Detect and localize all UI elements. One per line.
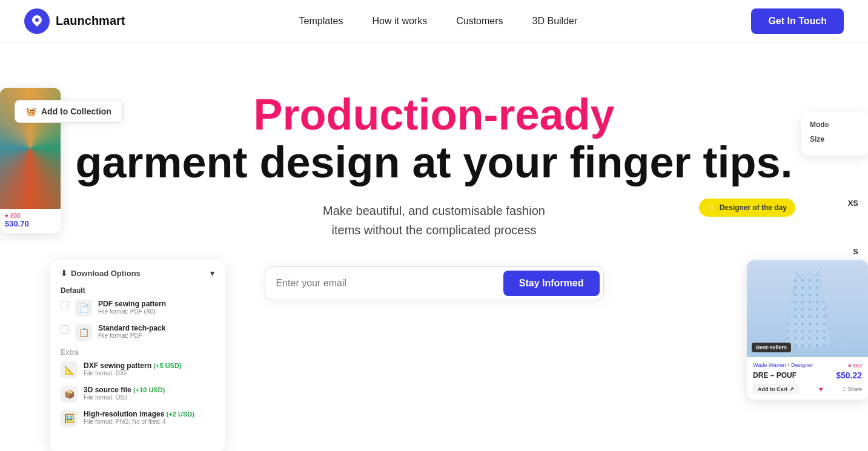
3d-title: 3D source file — [84, 386, 131, 394]
download-icon: ⬇ — [61, 269, 67, 278]
product-name: DRE – POUF — [753, 371, 797, 380]
nav-how-it-works[interactable]: How it works — [373, 16, 428, 26]
logo-icon — [24, 8, 50, 34]
nav-3d-builder[interactable]: 3D Builder — [532, 16, 578, 26]
download-item-tech-pack: 📋 Standard tech-pack File format: PDF — [61, 324, 214, 341]
3d-icon: 📦 — [61, 386, 78, 403]
hero-title-pink: Production-ready — [24, 91, 844, 139]
tech-pack-subtitle: File format: PDF — [98, 332, 165, 339]
dxf-subtitle: File format: DXF — [84, 370, 182, 377]
product-price: $30.70 — [5, 219, 56, 228]
email-form: Stay Informed — [265, 266, 604, 300]
product-info: ♥ 800 $30.70 — [0, 209, 61, 233]
logo-svg — [30, 14, 44, 28]
get-in-touch-button[interactable]: Get In Touch — [751, 8, 844, 34]
svg-line-4 — [795, 271, 798, 275]
product-hearts: ♥ 883 — [848, 363, 862, 369]
3d-subtitle: File format: OBJ — [84, 394, 165, 401]
hires-icon: 🖼️ — [61, 410, 78, 427]
external-link-icon: ↗ — [789, 386, 794, 392]
product-info: Wade Warren • Designer ♥ 883 DRE – POUF … — [747, 357, 868, 400]
basket-icon: 🧺 — [26, 107, 36, 116]
navbar: Launchmart Templates How it works Custom… — [0, 0, 868, 42]
dxf-title: DXF sewing pattern — [84, 361, 151, 370]
hires-subtitle: File format: PNG; No of files: 4 — [84, 418, 194, 425]
download-options-card: ⬇ Download Options ▾ Default 📄 PDF sewin… — [50, 260, 225, 451]
logo[interactable]: Launchmart — [24, 8, 125, 34]
dxf-icon: 📐 — [61, 361, 78, 378]
download-item-3d: 📦 3D source file (+10 USD) File format: … — [61, 386, 214, 403]
extra-section-label: Extra — [61, 348, 214, 357]
download-item-hires: 🖼️ High-resolution images (+2 USD) File … — [61, 410, 214, 427]
share-button[interactable]: ⤴ Share — [843, 386, 862, 392]
mode-label: Mode — [810, 120, 860, 129]
chevron-down-icon: ▾ — [210, 269, 214, 278]
download-options-title: ⬇ Download Options — [61, 269, 141, 278]
hero-title: Production-ready garment design at your … — [24, 91, 844, 186]
wishlist-button[interactable]: ♥ — [818, 385, 823, 393]
tech-pack-icon: 📋 — [75, 324, 92, 341]
pdf-sewing-subtitle: File format: PDF (A0) — [98, 308, 166, 315]
share-icon: ⤴ — [843, 386, 846, 392]
pdf-sewing-title: PDF sewing pattern — [98, 300, 166, 308]
add-to-collection-button[interactable]: 🧺 Add to Collection — [15, 100, 123, 123]
right-product-card: Best-sellers Wade Warren • Designer ♥ 88… — [747, 260, 868, 400]
pdf-icon: 📄 — [75, 300, 92, 317]
svg-line-5 — [817, 271, 820, 275]
email-input[interactable] — [276, 278, 499, 289]
size-xs-tag: XS — [848, 199, 858, 208]
hires-title: High-resolution images — [84, 410, 164, 418]
download-item-dxf: 📐 DXF sewing pattern (+5 USD) File forma… — [61, 361, 214, 378]
hero-title-dark: garment design at your finger tips. — [24, 139, 844, 186]
download-item-pdf-sewing: 📄 PDF sewing pattern File format: PDF (A… — [61, 300, 214, 317]
heart-icon: ♥ — [5, 212, 8, 219]
download-options-header: ⬇ Download Options ▾ — [61, 269, 214, 278]
product-actions: Add to Cart ↗ ♥ ⤴ Share — [753, 384, 862, 395]
nav-links: Templates How it works Customers 3D Buil… — [299, 16, 578, 27]
product-author: Wade Warren • Designer — [753, 362, 813, 368]
product-price: $50.22 — [836, 370, 862, 380]
product-hearts: ♥ 800 — [5, 212, 56, 219]
dress-image: Best-sellers — [747, 260, 868, 357]
default-section-label: Default — [61, 286, 214, 295]
stay-informed-button[interactable]: Stay Informed — [503, 271, 600, 296]
size-s-tag: S — [853, 247, 858, 256]
size-label: Size — [810, 135, 860, 143]
designer-badge: ⭐ Designer of the day — [699, 199, 795, 217]
dress-svg — [777, 269, 838, 348]
logo-text: Launchmart — [56, 14, 125, 28]
nav-templates[interactable]: Templates — [299, 16, 343, 26]
pdf-sewing-checkbox[interactable] — [61, 301, 69, 309]
tech-pack-checkbox[interactable] — [61, 325, 69, 334]
nav-customers[interactable]: Customers — [456, 16, 503, 26]
tech-pack-title: Standard tech-pack — [98, 324, 165, 332]
star-icon: ⭐ — [707, 203, 717, 212]
add-to-cart-button[interactable]: Add to Cart ↗ — [753, 384, 799, 395]
best-sellers-badge: Best-sellers — [752, 343, 791, 352]
mode-card: Mode Size — [801, 112, 868, 156]
